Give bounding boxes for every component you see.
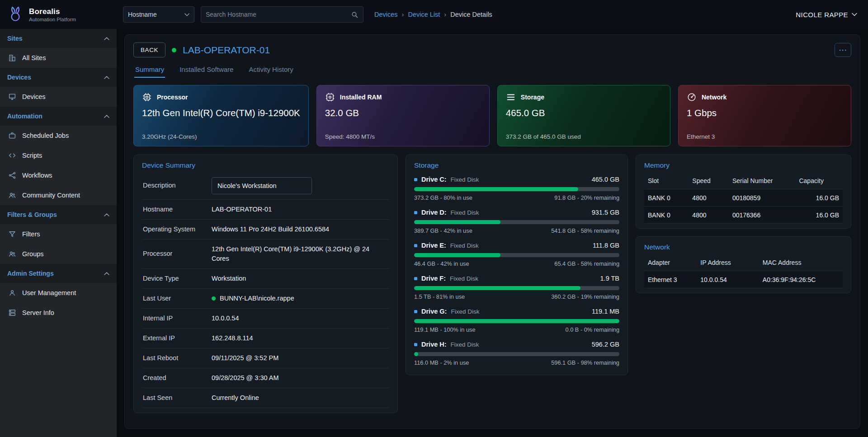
summary-row-device-type: Device Type Workstation bbox=[142, 269, 389, 289]
online-dot bbox=[212, 296, 216, 301]
drive-bullet-icon bbox=[414, 244, 417, 247]
breadcrumb-separator: › bbox=[402, 11, 404, 18]
sidebar-section-sites[interactable]: Sites bbox=[0, 29, 117, 48]
sidebar-item-all-sites[interactable]: All Sites bbox=[0, 48, 117, 68]
storage-icon bbox=[506, 92, 516, 102]
code-icon bbox=[8, 151, 16, 160]
sidebar-section-admin-settings[interactable]: Admin Settings bbox=[0, 264, 117, 283]
sidebar-item-community-content[interactable]: Community Content bbox=[0, 185, 117, 205]
brand-name: Borealis bbox=[29, 7, 76, 16]
drive-usage-bar bbox=[414, 319, 619, 323]
sidebar-item-label: Devices bbox=[22, 93, 46, 100]
drive-row: Drive H: Fixed Disk 596.2 GB 116.0 MB - … bbox=[414, 337, 619, 370]
hostname-filter-select[interactable]: Hostname bbox=[123, 6, 194, 23]
user-menu[interactable]: NICOLE RAPPE bbox=[796, 11, 857, 19]
breadcrumb-separator: › bbox=[444, 11, 446, 18]
summary-row-description: Description bbox=[142, 172, 389, 200]
drive-bullet-icon bbox=[414, 277, 417, 280]
people-icon bbox=[8, 191, 16, 199]
sidebar-item-label: Workflows bbox=[22, 172, 52, 179]
device-name: LAB-OPERATOR-01 bbox=[183, 45, 270, 56]
card-label: Network bbox=[702, 94, 726, 101]
sidebar-item-label: Scheduled Jobs bbox=[22, 132, 69, 139]
summary-row-operating-system: Operating System Windows 11 Pro 24H2 Bui… bbox=[142, 220, 389, 240]
hostname-filter-value: Hostname bbox=[128, 11, 157, 18]
device-summary-panel: Device Summary Description Hostname LAB-… bbox=[133, 155, 398, 413]
chevron-up-icon bbox=[104, 272, 109, 275]
groups-icon bbox=[8, 250, 16, 258]
drive-bullet-icon bbox=[414, 343, 417, 346]
chevron-down-icon bbox=[184, 13, 189, 16]
description-input[interactable] bbox=[212, 177, 312, 194]
user-name: NICOLE RAPPE bbox=[796, 11, 848, 19]
drive-bullet-icon bbox=[414, 310, 417, 313]
breadcrumb-devices[interactable]: Devices bbox=[374, 11, 398, 18]
back-button[interactable]: BACK bbox=[133, 42, 165, 57]
building-icon bbox=[8, 54, 16, 62]
sidebar-item-label: Community Content bbox=[22, 192, 80, 199]
more-options-button[interactable]: ⋯ bbox=[835, 43, 851, 57]
brand-subtitle: Automation Platform bbox=[29, 17, 76, 22]
sidebar-item-filters[interactable]: Filters bbox=[0, 224, 117, 244]
device-header: BACK LAB-OPERATOR-01 ⋯ bbox=[133, 42, 851, 57]
device-tabs: Summary Installed Software Activity Hist… bbox=[134, 61, 850, 78]
search-input[interactable] bbox=[206, 11, 347, 18]
storage-panel: Storage Drive C: Fixed Disk 465.0 GB 373… bbox=[406, 155, 628, 375]
monitor-icon bbox=[8, 93, 16, 101]
briefcase-icon bbox=[8, 132, 16, 140]
memory-table-row: BANK 0 4800 00176366 16.0 GB bbox=[644, 207, 843, 224]
card-value: 1 Gbps bbox=[687, 108, 843, 118]
sidebar-item-scripts[interactable]: Scripts bbox=[0, 146, 117, 165]
sidebar-section-label: Devices bbox=[7, 74, 31, 81]
memory-table-header: Slot Speed Serial Number Capacity bbox=[644, 172, 843, 189]
sidebar-item-server-info[interactable]: Server Info bbox=[0, 303, 117, 323]
cpu-icon bbox=[142, 92, 152, 102]
ellipsis-icon: ⋯ bbox=[839, 46, 847, 54]
sidebar-section-label: Admin Settings bbox=[7, 270, 54, 277]
card-footer: 3.20GHz (24-Cores) bbox=[142, 133, 300, 140]
network-table-row: Ethernet 3 10.0.0.54 A0:36:9F:94:26:5C bbox=[644, 271, 843, 288]
topbar: Borealis Automation Platform Hostname De… bbox=[0, 0, 868, 29]
processor-card: Processor 12th Gen Intel(R) Core(TM) i9-… bbox=[133, 85, 309, 146]
chevron-up-icon bbox=[104, 76, 109, 79]
tab-summary[interactable]: Summary bbox=[134, 61, 165, 78]
borealis-logo-icon bbox=[6, 5, 24, 23]
sidebar-section-label: Automation bbox=[7, 113, 42, 120]
sidebar-section-automation[interactable]: Automation bbox=[0, 107, 117, 126]
sidebar-item-devices[interactable]: Devices bbox=[0, 87, 117, 107]
summary-row-last-user: Last User BUNNY-LAB\nicole.rappe bbox=[142, 289, 389, 309]
drive-row: Drive F: Fixed Disk 1.9 TB 1.5 TB - 81% … bbox=[414, 271, 619, 304]
drive-row: Drive D: Fixed Disk 931.5 GB 389.7 GB - … bbox=[414, 205, 619, 238]
sidebar-item-groups[interactable]: Groups bbox=[0, 244, 117, 264]
card-footer: Speed: 4800 MT/s bbox=[325, 133, 481, 140]
drive-row: Drive G: Fixed Disk 119.1 MB 119.1 MB - … bbox=[414, 304, 619, 337]
sidebar-item-label: Groups bbox=[22, 250, 44, 258]
sidebar-item-label: All Sites bbox=[22, 54, 46, 61]
sidebar-item-workflows[interactable]: Workflows bbox=[0, 165, 117, 185]
tab-installed-software[interactable]: Installed Software bbox=[179, 61, 234, 78]
memory-panel: Memory Slot Speed Serial Number Capacity… bbox=[636, 155, 851, 229]
sidebar-section-filters-groups[interactable]: Filters & Groups bbox=[0, 205, 117, 224]
sidebar-item-scheduled-jobs[interactable]: Scheduled Jobs bbox=[0, 126, 117, 146]
sidebar-item-label: Server Info bbox=[22, 309, 54, 316]
drive-usage-bar bbox=[414, 187, 619, 191]
panel-title: Network bbox=[644, 243, 843, 251]
search-icon[interactable] bbox=[351, 11, 359, 19]
breadcrumb-device-list[interactable]: Device List bbox=[408, 11, 440, 18]
summary-row-external-ip: External IP 162.248.8.114 bbox=[142, 329, 389, 348]
drive-bullet-icon bbox=[414, 211, 417, 214]
tab-activity-history[interactable]: Activity History bbox=[248, 61, 294, 78]
card-footer: 373.2 GB of 465.0 GB used bbox=[506, 133, 662, 140]
card-label: Installed RAM bbox=[340, 94, 382, 101]
panel-title: Memory bbox=[644, 161, 843, 169]
drive-usage-bar bbox=[414, 220, 619, 224]
memory-table-row: BANK 0 4800 00180859 16.0 GB bbox=[644, 189, 843, 207]
drive-usage-bar bbox=[414, 286, 619, 290]
sidebar-section-devices[interactable]: Devices bbox=[0, 68, 117, 87]
sidebar-item-label: Scripts bbox=[22, 152, 42, 159]
sidebar-section-label: Sites bbox=[7, 35, 22, 42]
sidebar-item-user-management[interactable]: User Management bbox=[0, 283, 117, 303]
breadcrumb: Devices › Device List › Device Details bbox=[374, 11, 492, 18]
drive-usage-bar bbox=[414, 352, 619, 356]
drive-row: Drive C: Fixed Disk 465.0 GB 373.2 GB - … bbox=[414, 172, 619, 205]
